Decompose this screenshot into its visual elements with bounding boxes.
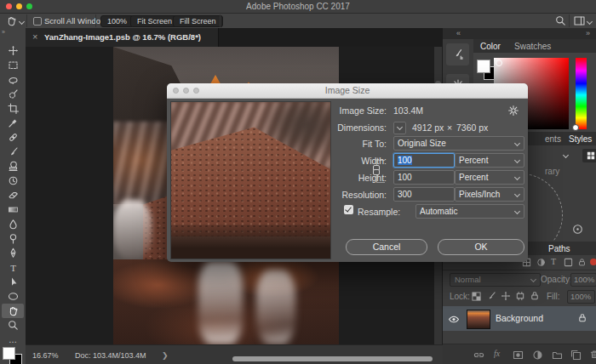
eraser-tool[interactable] [2,188,24,202]
link-layers-icon[interactable] [473,350,484,361]
delete-layer-icon[interactable] [589,349,596,360]
tool-preset-chevron-icon[interactable] [19,19,25,25]
clone-stamp-tool[interactable] [2,159,24,173]
foreground-color-swatch-panel[interactable] [477,60,490,73]
resample-checkbox[interactable] [344,205,353,214]
marquee-tool[interactable] [2,58,24,72]
brush-tool[interactable] [2,145,24,159]
lock-all-icon[interactable] [530,291,540,301]
status-expand-icon[interactable]: ❯ [162,351,169,360]
layers-bottom-bar: fx [443,344,596,364]
fit-to-dropdown[interactable]: Original Size [393,136,524,151]
scroll-all-windows-checkbox[interactable] [33,17,42,26]
layer-name[interactable]: Background [496,313,543,323]
new-adjustment-layer-icon[interactable] [532,350,543,361]
filter-smart-objects-icon[interactable] [577,258,587,267]
dialog-options-gear-icon[interactable] [507,105,519,117]
dialog-title-bar[interactable]: Image Size [167,83,528,99]
zoom-tool[interactable] [2,318,24,333]
dimensions-unit-dropdown[interactable] [393,122,406,134]
filter-type-layers-icon[interactable]: T [551,257,556,266]
library-dropdown-partial[interactable]: rary [545,167,559,176]
lasso-tool[interactable] [2,72,24,87]
move-tool[interactable] [2,43,24,58]
horizontal-scrollbar-thumb[interactable] [232,356,433,361]
eyedropper-tool[interactable] [2,116,24,130]
fill-label: Fill: [547,292,560,301]
new-layer-icon[interactable] [570,350,582,361]
height-unit-dropdown[interactable]: Percent [455,170,524,185]
foreground-color-swatch[interactable] [3,347,15,360]
type-tool[interactable]: T [2,260,24,275]
lock-artboard-icon[interactable] [515,291,525,301]
history-brush-tool[interactable] [2,173,24,188]
document-tab[interactable]: × YanZhang-Image1.psb @ 16.7% (RGB/8*) [26,28,219,47]
width-unit-dropdown[interactable]: Percent [455,153,524,168]
ellipse-tool[interactable] [2,289,24,304]
opacity-field[interactable]: 100% [570,273,596,287]
edit-toolbar-ellipsis[interactable]: … [2,333,24,347]
color-picker-marker[interactable] [496,60,502,66]
crop-tool[interactable] [2,101,24,116]
fit-to-value: Original Size [398,139,446,148]
resample-dropdown[interactable]: Automatic [415,204,524,219]
layer-style-fx-icon[interactable]: fx [494,349,500,358]
dimensions-width-value: 4912 px [412,122,444,133]
add-layer-mask-icon[interactable] [513,350,524,361]
search-icon[interactable] [555,15,566,26]
resolution-input[interactable]: 300 [393,187,455,202]
expand-panels-icon[interactable]: « [456,29,461,37]
tool-options-bar: Scroll All Windows 100% Fit Screen Fill … [0,14,596,29]
cancel-button[interactable]: Cancel [346,239,427,255]
dimensions-height-value: 7360 px [456,122,488,133]
quick-selection-tool[interactable] [2,87,24,101]
tab-adjustments-partial[interactable]: ents [545,134,561,144]
gradient-tool[interactable] [2,202,24,217]
zoom-level-field[interactable]: 16.67% [32,351,59,360]
blend-mode-dropdown[interactable]: Normal [450,273,541,287]
layer-filter-toggle-pin[interactable] [590,259,596,265]
filter-adjustment-layers-icon[interactable] [536,258,546,267]
panel-dropdown-chevron-icon[interactable] [563,152,569,158]
filter-shape-layers-icon[interactable] [564,258,573,267]
sync-status-icon[interactable] [572,224,583,235]
fit-screen-button[interactable]: Fit Screen [130,15,179,27]
pen-tool[interactable] [2,246,24,260]
blur-tool[interactable] [2,217,24,231]
lock-transparent-pixels-icon[interactable] [472,292,481,301]
fill-field[interactable]: 100% [567,290,595,304]
hand-tool-options-icon[interactable] [6,15,17,26]
image-size-value: 103.4M [393,105,423,116]
workspace-switcher-icon[interactable] [574,16,585,26]
height-input[interactable]: 100 [393,170,455,185]
layer-thumbnail[interactable] [467,310,490,329]
hue-slider-marker[interactable] [572,124,579,131]
layer-row-background[interactable]: Background [443,306,596,331]
lock-image-pixels-icon[interactable] [486,291,496,301]
ok-button[interactable]: OK [438,239,524,255]
toolbar-collapse-icon[interactable]: » [2,29,5,35]
document-tab-title: YanZhang-Image1.psb @ 16.7% (RGB/8*) [44,32,201,42]
healing-brush-tool[interactable] [2,130,24,145]
zoom-100-button[interactable]: 100% [100,15,134,27]
layer-visibility-eye-icon[interactable] [448,315,460,324]
tab-styles[interactable]: Styles [569,134,592,144]
hue-slider[interactable] [576,58,587,129]
new-group-folder-icon[interactable] [552,350,563,361]
hand-tool[interactable] [2,304,24,318]
width-input[interactable]: 100 [393,153,455,168]
grid-view-button[interactable] [582,149,596,162]
collapse-panels-icon[interactable]: » [586,29,590,37]
path-selection-tool[interactable] [2,275,24,289]
fill-screen-button[interactable]: Fill Screen [173,15,223,27]
tab-color[interactable]: Color [480,42,501,51]
resolution-value: 300 [398,190,412,199]
close-document-icon[interactable]: × [32,31,37,42]
workspace-chevron-icon[interactable] [587,19,593,25]
tab-swatches[interactable]: Swatches [514,42,551,51]
dodge-tool[interactable] [2,231,24,246]
tab-paths[interactable]: Paths [548,244,570,253]
brush-settings-panel-icon[interactable] [446,43,469,65]
resolution-unit-dropdown[interactable]: Pixels/Inch [455,187,524,202]
lock-position-icon[interactable] [501,291,511,301]
